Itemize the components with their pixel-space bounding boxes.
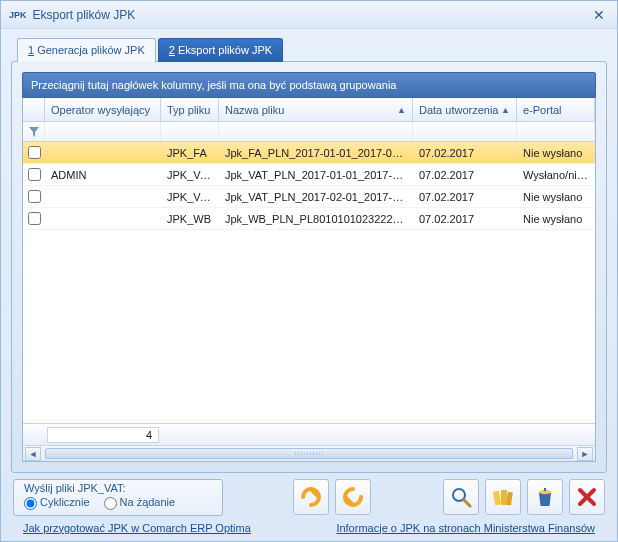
grid-filter-row <box>23 122 595 142</box>
send-mode-group: Wyślij pliki JPK_VAT: Cyklicznie Na żąda… <box>13 479 223 516</box>
sort-asc-icon: ▲ <box>397 105 406 115</box>
sort-asc-icon: ▲ <box>501 105 510 115</box>
window: JPK Eksport plików JPK ✕ 1 Generacja pli… <box>0 0 618 542</box>
scroll-thumb[interactable] <box>45 448 573 459</box>
row-count: 4 <box>47 427 159 443</box>
radio-cyklicznie-input[interactable] <box>24 497 37 510</box>
tab-strip: 1 Generacja plików JPK 2 Eksport plików … <box>17 37 607 61</box>
col-nazwa-pliku[interactable]: Nazwa pliku▲ <box>219 98 413 121</box>
table-row[interactable]: JPK_VATJpk_VAT_PLN_2017-02-01_2017-02-28… <box>23 186 595 208</box>
col-typ-pliku[interactable]: Typ pliku <box>161 98 219 121</box>
close-icon[interactable]: ✕ <box>589 5 609 25</box>
tab-eksport[interactable]: 2 Eksport plików JPK <box>158 38 283 62</box>
svg-line-1 <box>464 500 470 506</box>
grid-body: JPK_FAJpk_FA_PLN_2017-01-01_2017-01-31..… <box>23 142 595 423</box>
x-icon <box>575 485 599 509</box>
cell-nazwa: Jpk_VAT_PLN_2017-02-01_2017-02-28... <box>219 191 413 203</box>
scroll-right-icon[interactable]: ► <box>577 447 593 461</box>
app-icon: JPK <box>9 10 27 20</box>
radio-na-zadanie[interactable]: Na żądanie <box>104 496 176 510</box>
cell-data: 07.02.2017 <box>413 147 517 159</box>
row-checkbox[interactable] <box>28 212 41 225</box>
svg-rect-4 <box>506 492 513 506</box>
cell-typ: JPK_WB <box>161 213 219 225</box>
filter-nazwa[interactable] <box>219 122 413 141</box>
table-row[interactable]: JPK_WBJpk_WB_PLN_PL80101010232222222...0… <box>23 208 595 230</box>
col-data-utworzenia[interactable]: Data utworzenia▲ <box>413 98 517 121</box>
preview-button[interactable] <box>443 479 479 515</box>
help-links: Jak przygotować JPK w Comarch ERP Optima… <box>11 516 607 534</box>
cell-typ: JPK_VAT <box>161 191 219 203</box>
scroll-left-icon[interactable]: ◄ <box>25 447 41 461</box>
row-checkbox[interactable] <box>28 168 41 181</box>
col-operator[interactable]: Operator wysyłający <box>45 98 161 121</box>
merge-button[interactable] <box>485 479 521 515</box>
filter-eportal[interactable] <box>517 122 595 141</box>
radio-na-zadanie-input[interactable] <box>104 497 117 510</box>
cell-typ: JPK_VAT <box>161 169 219 181</box>
cell-data: 07.02.2017 <box>413 169 517 181</box>
col-e-portal[interactable]: e-Portal <box>517 98 595 121</box>
filter-typ[interactable] <box>161 122 219 141</box>
send-button[interactable] <box>293 479 329 515</box>
cell-nazwa: Jpk_FA_PLN_2017-01-01_2017-01-31... <box>219 147 413 159</box>
content: 1 Generacja plików JPK 2 Eksport plików … <box>1 29 617 540</box>
svg-rect-3 <box>501 490 507 505</box>
row-checkbox[interactable] <box>28 146 41 159</box>
cancel-button[interactable] <box>569 479 605 515</box>
send-mode-label: Wyślij pliki JPK_VAT: <box>24 482 212 494</box>
cell-eportal: Wysłano/nie o <box>517 169 595 181</box>
grid-footer: 4 <box>23 423 595 445</box>
link-jpk-ministry-info[interactable]: Informacje o JPK na stronach Ministerstw… <box>336 522 595 534</box>
cell-eportal: Nie wysłano <box>517 147 595 159</box>
trash-icon <box>533 485 557 509</box>
svg-rect-6 <box>544 488 546 491</box>
tab-panel: Przeciągnij tutaj nagłówek kolumny, jeśl… <box>11 61 607 473</box>
delete-button[interactable] <box>527 479 563 515</box>
receive-button[interactable] <box>335 479 371 515</box>
send-icon <box>299 485 323 509</box>
cell-data: 07.02.2017 <box>413 191 517 203</box>
filter-icon[interactable] <box>23 122 45 141</box>
col-checkbox[interactable] <box>23 98 45 121</box>
cell-data: 07.02.2017 <box>413 213 517 225</box>
tab-label: Eksport plików JPK <box>175 44 272 56</box>
cell-nazwa: Jpk_WB_PLN_PL80101010232222222... <box>219 213 413 225</box>
table-row[interactable]: JPK_FAJpk_FA_PLN_2017-01-01_2017-01-31..… <box>23 142 595 164</box>
radio-cyklicznie[interactable]: Cyklicznie <box>24 496 90 510</box>
cell-eportal: Nie wysłano <box>517 191 595 203</box>
cell-typ: JPK_FA <box>161 147 219 159</box>
receive-icon <box>341 485 365 509</box>
cell-eportal: Nie wysłano <box>517 213 595 225</box>
link-how-to-prepare-jpk[interactable]: Jak przygotować JPK w Comarch ERP Optima <box>23 522 251 534</box>
magnifier-icon <box>449 485 473 509</box>
grid-header: Operator wysyłający Typ pliku Nazwa plik… <box>23 98 595 122</box>
bottom-toolbar: Wyślij pliki JPK_VAT: Cyklicznie Na żąda… <box>11 479 607 516</box>
svg-rect-2 <box>493 491 501 506</box>
table-row[interactable]: ADMINJPK_VATJpk_VAT_PLN_2017-01-01_2017-… <box>23 164 595 186</box>
cell-nazwa: Jpk_VAT_PLN_2017-01-01_2017-01-31... <box>219 169 413 181</box>
books-icon <box>491 485 515 509</box>
window-title: Eksport plików JPK <box>33 8 589 22</box>
group-by-bar[interactable]: Przeciągnij tutaj nagłówek kolumny, jeśl… <box>22 72 596 98</box>
cell-operator: ADMIN <box>45 169 161 181</box>
horizontal-scrollbar[interactable]: ◄ ► <box>23 445 595 461</box>
tab-label: Generacja plików JPK <box>34 44 145 56</box>
filter-data[interactable] <box>413 122 517 141</box>
filter-operator[interactable] <box>45 122 161 141</box>
titlebar: JPK Eksport plików JPK ✕ <box>1 1 617 29</box>
tab-generacja[interactable]: 1 Generacja plików JPK <box>17 38 156 62</box>
data-grid: Operator wysyłający Typ pliku Nazwa plik… <box>22 98 596 462</box>
row-checkbox[interactable] <box>28 190 41 203</box>
